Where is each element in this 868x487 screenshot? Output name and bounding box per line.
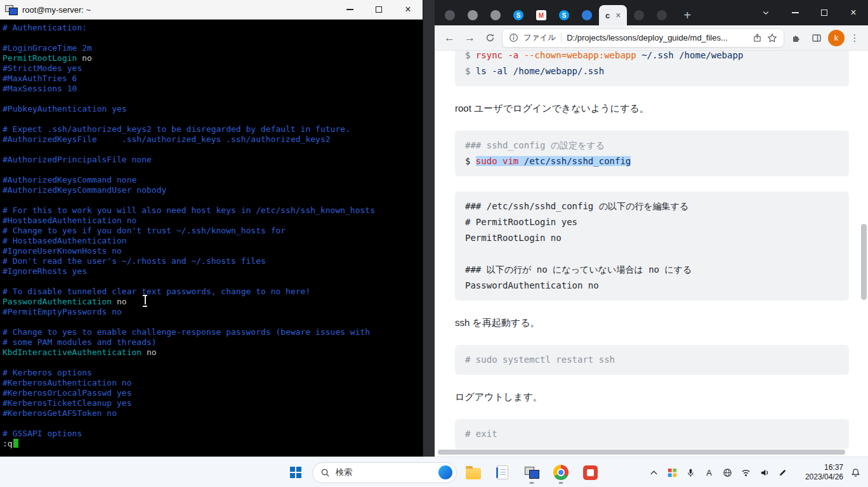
pinned-tab[interactable] bbox=[461, 5, 484, 25]
code-line: $ sudo vim /etc/ssh/sshd_config bbox=[465, 153, 839, 169]
code-line: # exit bbox=[465, 426, 839, 442]
taskbar-app-putty[interactable] bbox=[519, 460, 544, 485]
code-line: ### sshd_config の設定をする bbox=[465, 138, 839, 153]
terminal-line bbox=[3, 195, 423, 205]
markdown-body: $ rsync -a --chown=webapp:webapp ~/.ssh … bbox=[435, 51, 868, 449]
terminal-line bbox=[3, 358, 423, 368]
terminal-close-button[interactable]: × bbox=[393, 0, 423, 19]
taskbar-app-file-explorer[interactable] bbox=[461, 460, 486, 485]
red-app-icon bbox=[583, 465, 598, 480]
pinned-tab[interactable] bbox=[484, 5, 507, 25]
pinned-tab[interactable]: S bbox=[507, 5, 530, 25]
tray-globe-icon[interactable] bbox=[719, 460, 736, 485]
profile-avatar[interactable]: k bbox=[828, 30, 845, 46]
browser-content[interactable]: $ rsync -a --chown=webapp:webapp ~/.ssh … bbox=[435, 51, 868, 457]
tray-pen-icon[interactable] bbox=[774, 460, 791, 485]
windows-logo-icon bbox=[290, 467, 301, 478]
vertical-scrollbar[interactable] bbox=[861, 224, 867, 300]
search-icon bbox=[320, 468, 330, 477]
code-line: ### /etc/ssh/sshd_config の以下の行を編集する bbox=[465, 198, 839, 214]
terminal-line: # Kerberos options bbox=[3, 368, 423, 378]
terminal-line: #KerberosGetAFSToken no bbox=[3, 408, 423, 419]
taskbar-app-red-app[interactable] bbox=[577, 460, 603, 485]
notification-center-button[interactable] bbox=[847, 460, 864, 485]
extensions-button[interactable] bbox=[787, 29, 805, 46]
terminal-titlebar[interactable]: root@my-server: ~ × bbox=[0, 0, 423, 20]
tab-close-icon[interactable]: × bbox=[615, 11, 621, 20]
dim-tab-icon bbox=[657, 10, 667, 20]
taskbar-app-notepad[interactable] bbox=[490, 460, 515, 485]
config-key: KbdInteractiveAuthentication bbox=[3, 347, 141, 357]
bing-icon bbox=[438, 465, 452, 479]
tab-search-button[interactable] bbox=[751, 0, 780, 25]
vim-command-text: :q bbox=[3, 439, 13, 448]
terminal-line: # Change to yes if you don't trust ~/.ss… bbox=[3, 226, 423, 236]
tray-ime-indicator[interactable]: A bbox=[700, 460, 718, 485]
config-value: no bbox=[141, 347, 156, 357]
favorite-star-icon[interactable] bbox=[767, 33, 777, 43]
tray-speaker-icon[interactable] bbox=[756, 460, 773, 485]
pinned-tab[interactable]: M bbox=[530, 5, 553, 25]
back-icon: ← bbox=[444, 32, 455, 44]
putty-icon bbox=[5, 5, 17, 15]
address-bar[interactable]: ファイル D:/projects/lessons/deploy_guide/md… bbox=[502, 29, 784, 48]
taskbar-search[interactable]: 検索 bbox=[312, 462, 457, 483]
page-info-icon[interactable] bbox=[509, 33, 518, 42]
background-tabs bbox=[628, 5, 673, 25]
tab-strip: SMS c × + × bbox=[435, 0, 868, 25]
terminal-line: #KerberosOrLocalPasswd yes bbox=[3, 388, 423, 398]
sidebar-button[interactable] bbox=[808, 29, 825, 46]
terminal-line: #KerberosAuthentication no bbox=[3, 378, 423, 388]
reload-icon bbox=[485, 33, 495, 42]
pinned-tab[interactable]: S bbox=[553, 5, 575, 25]
new-tab-button[interactable]: + bbox=[678, 6, 696, 24]
pinned-tab[interactable] bbox=[628, 5, 650, 25]
tray-mic-icon[interactable] bbox=[682, 460, 699, 485]
terminal-line: #HostbasedAuthentication no bbox=[3, 216, 423, 226]
terminal-title: root@my-server: ~ bbox=[22, 5, 91, 15]
notification-bell-icon bbox=[851, 468, 860, 477]
browser-close-button[interactable]: × bbox=[839, 0, 868, 25]
terminal-line bbox=[3, 94, 423, 104]
search-label: 検索 bbox=[336, 467, 352, 478]
pinned-tab[interactable] bbox=[575, 5, 598, 25]
forward-button[interactable]: → bbox=[461, 29, 478, 46]
clock-time: 16:37 bbox=[798, 463, 843, 472]
active-tab[interactable]: c × bbox=[599, 5, 627, 25]
terminal-line: #StrictModes yes bbox=[3, 63, 423, 74]
browser-menu-button[interactable]: ⋮ bbox=[848, 32, 862, 44]
close-icon: × bbox=[850, 8, 856, 18]
horizontal-scrollbar-thumb[interactable] bbox=[438, 450, 845, 455]
browser-minimize-button[interactable] bbox=[780, 0, 810, 25]
code-block: ### /etc/ssh/sshd_config の以下の行を編集する# Per… bbox=[455, 192, 849, 301]
reload-button[interactable] bbox=[482, 29, 499, 46]
vim-command-line: :q bbox=[3, 439, 423, 449]
back-button[interactable]: ← bbox=[441, 29, 458, 46]
horizontal-scrollbar[interactable] bbox=[438, 450, 853, 455]
forward-icon: → bbox=[464, 32, 475, 44]
taskbar-clock[interactable]: 16:37 2023/04/26 bbox=[798, 463, 843, 482]
terminal-line bbox=[3, 276, 423, 287]
browser-maximize-button[interactable] bbox=[810, 0, 839, 25]
terminal-line: # HostbasedAuthentication bbox=[3, 236, 423, 246]
tray-chevron-up-icon[interactable] bbox=[645, 460, 662, 485]
terminal-minimize-button[interactable] bbox=[335, 0, 364, 19]
tray-wifi-icon[interactable] bbox=[737, 460, 754, 485]
tray-icons: A bbox=[645, 460, 791, 485]
tray-tray-app-icon[interactable] bbox=[664, 460, 681, 485]
terminal-line: #PubkeyAuthentication yes bbox=[3, 104, 423, 114]
url-text[interactable]: D:/projects/lessons/deploy_guide/md_file… bbox=[567, 33, 747, 42]
share-icon[interactable] bbox=[753, 33, 762, 42]
pinned-tab[interactable] bbox=[650, 5, 673, 25]
start-button[interactable] bbox=[283, 460, 308, 485]
terminal-maximize-button[interactable] bbox=[364, 0, 393, 19]
minimize-icon bbox=[792, 12, 799, 13]
terminal-line: #MaxSessions 10 bbox=[3, 84, 423, 94]
taskbar-app-chrome[interactable] bbox=[548, 460, 574, 485]
skype-tab-icon: S bbox=[513, 10, 523, 20]
terminal-line: #KerberosTicketCleanup yes bbox=[3, 398, 423, 408]
pinned-tab[interactable] bbox=[438, 5, 461, 25]
terminal-line: #PermitEmptyPasswords no bbox=[3, 307, 423, 317]
terminal-body[interactable]: # Authentication: #LoginGraceTime 2mPerm… bbox=[0, 20, 423, 449]
chrome-icon bbox=[553, 465, 569, 480]
